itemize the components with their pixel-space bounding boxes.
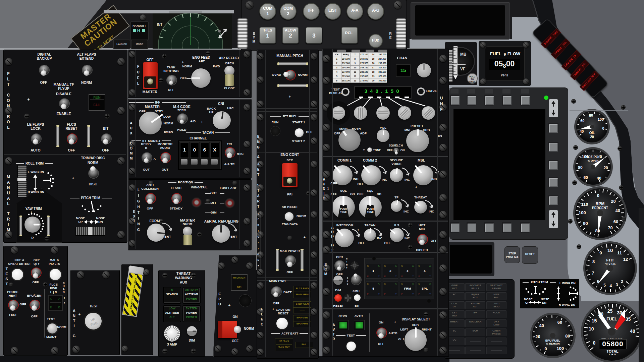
- svg-text:0: 0: [544, 346, 547, 351]
- svg-text:20: 20: [611, 199, 615, 204]
- svg-text:110: 110: [581, 202, 588, 207]
- svg-text:8: 8: [592, 259, 595, 264]
- svg-text:100: 100: [598, 117, 604, 121]
- svg-text:9: 9: [599, 250, 602, 255]
- svg-text:NOSE: NOSE: [524, 298, 533, 301]
- svg-text:VF: VF: [460, 67, 465, 71]
- svg-text:PERCENT: PERCENT: [592, 206, 608, 210]
- svg-text:7: 7: [592, 270, 594, 276]
- svg-text:25: 25: [607, 308, 613, 314]
- svg-text:MB: MB: [460, 52, 467, 57]
- svg-text:20: 20: [535, 334, 540, 339]
- svg-text:80: 80: [595, 228, 600, 233]
- svg-text:% REMAIN: % REMAIN: [546, 342, 560, 345]
- svg-text:2: 2: [621, 279, 623, 284]
- svg-text:11: 11: [617, 250, 622, 255]
- svg-text:35: 35: [626, 316, 631, 322]
- svg-text:RPM: RPM: [596, 201, 605, 206]
- svg-text:100: 100: [556, 346, 564, 351]
- svg-text:40: 40: [630, 328, 635, 334]
- svg-text:% OPEN: % OPEN: [588, 159, 598, 162]
- svg-text:80: 80: [589, 113, 593, 117]
- svg-text:4: 4: [610, 284, 612, 288]
- svg-text:15: 15: [592, 318, 597, 323]
- svg-text:5: 5: [603, 283, 606, 288]
- svg-text:EPU FUEL: EPU FUEL: [545, 339, 560, 342]
- svg-text:FTIT: FTIT: [606, 258, 614, 262]
- svg-text:0: 0: [593, 340, 596, 346]
- svg-text:60: 60: [613, 219, 618, 224]
- svg-text:90: 90: [583, 221, 588, 226]
- svg-text:70: 70: [608, 225, 612, 230]
- svg-text:80: 80: [565, 334, 570, 339]
- svg-text:DN: DN: [542, 301, 546, 304]
- svg-text:NOSE: NOSE: [541, 298, 549, 301]
- svg-text:0: 0: [602, 126, 604, 130]
- svg-text:40: 40: [580, 129, 584, 133]
- svg-text:60: 60: [580, 119, 584, 123]
- svg-text:L WING DN: L WING DN: [559, 282, 576, 285]
- svg-text:40: 40: [539, 323, 544, 328]
- svg-text:10: 10: [607, 247, 613, 253]
- svg-text:60: 60: [557, 320, 562, 325]
- svg-text:20: 20: [603, 166, 608, 170]
- svg-text:OIL: OIL: [589, 131, 595, 135]
- svg-text:NOZ POS: NOZ POS: [585, 155, 600, 159]
- svg-text:20: 20: [590, 135, 594, 139]
- svg-text:PITCH TRIM: PITCH TRIM: [531, 281, 548, 284]
- svg-text:40: 40: [597, 176, 601, 181]
- svg-text:40: 40: [615, 208, 620, 213]
- svg-text:60: 60: [583, 175, 588, 180]
- svg-text:80: 80: [578, 165, 583, 170]
- svg-text:3: 3: [616, 283, 618, 287]
- svg-text:FUEL: FUEL: [606, 317, 617, 321]
- svg-text:100: 100: [579, 210, 586, 215]
- svg-text:0: 0: [597, 193, 599, 198]
- svg-text:12: 12: [623, 257, 628, 262]
- svg-text:10: 10: [589, 326, 594, 331]
- svg-text:6: 6: [597, 279, 599, 284]
- svg-text:R WING DN: R WING DN: [559, 303, 575, 306]
